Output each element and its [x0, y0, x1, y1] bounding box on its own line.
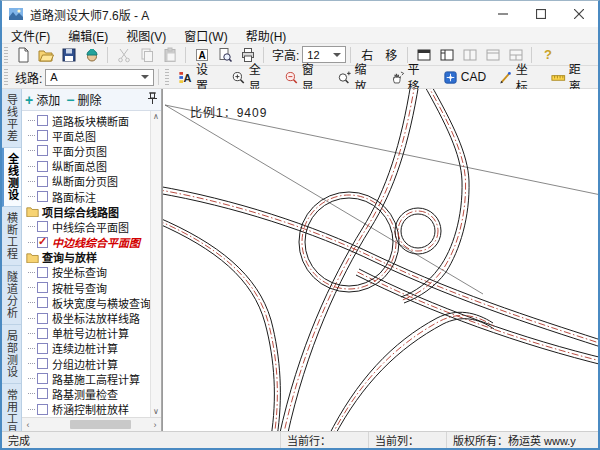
separator — [107, 47, 108, 63]
tab-common-tools[interactable]: 常用工具 — [2, 384, 21, 431]
menu-help[interactable]: 帮助(H) — [237, 27, 296, 43]
zoom-window-icon — [284, 70, 299, 85]
pin-button[interactable] — [147, 92, 158, 108]
checkbox[interactable] — [37, 130, 48, 141]
tab-traverse-adjustment[interactable]: 导线平差 — [2, 89, 21, 148]
tree-hscrollbar[interactable]: ‹ › — [22, 417, 161, 431]
line-label: 线路: — [15, 69, 42, 86]
copy-button[interactable] — [136, 45, 157, 65]
checkbox[interactable] — [37, 115, 48, 126]
settings-icon: A — [178, 70, 193, 85]
close-button[interactable] — [560, 1, 598, 27]
new-file-button[interactable] — [12, 45, 33, 65]
checkbox[interactable] — [37, 373, 48, 384]
app-logo-icon — [8, 6, 24, 22]
checkbox[interactable] — [37, 221, 48, 232]
save-button[interactable] — [58, 45, 79, 65]
worker-button[interactable] — [81, 45, 102, 65]
tab-tunnel-analysis[interactable]: 隧道分析 — [2, 266, 21, 325]
checkbox[interactable] — [37, 282, 48, 293]
tree-folder[interactable]: 查询与放样 — [22, 250, 150, 265]
folder-icon — [26, 206, 39, 217]
toolbar-grip — [165, 69, 169, 85]
open-file-button[interactable] — [35, 45, 56, 65]
task-panel: + 添加 − 删除 道路板块横断面 平面总图 平面分页图 纵断面总图 纵断面分页… — [22, 89, 162, 431]
separator — [158, 69, 159, 85]
scroll-up-icon[interactable]: ∧ — [151, 111, 161, 122]
folder-icon — [26, 252, 39, 263]
tree-item[interactable]: 路基测量检查 — [22, 386, 150, 401]
tree-item[interactable]: 极坐标法放样线路 — [22, 310, 150, 325]
worker-icon — [84, 47, 100, 63]
tree-item[interactable]: 桥涵控制桩放样 — [22, 402, 150, 417]
tab-cross-section-works[interactable]: 横断工程 — [2, 207, 21, 266]
menu-file[interactable]: 文件(F) — [2, 27, 59, 43]
toolbar-grip — [4, 69, 8, 85]
drawing-canvas[interactable]: 比例1：9409 — [162, 89, 598, 431]
pin-icon — [147, 92, 158, 105]
paste-button[interactable] — [159, 45, 180, 65]
menu-window[interactable]: 窗口(W) — [175, 27, 236, 43]
tree-scrollbar[interactable]: ∧ ∨ — [150, 111, 161, 417]
checkbox[interactable] — [37, 343, 48, 354]
tree-item[interactable]: 单桩号边桩计算 — [22, 326, 150, 341]
tree-item[interactable]: 纵断面总图 — [22, 159, 150, 174]
checkbox[interactable] — [37, 388, 48, 399]
checkbox[interactable] — [37, 161, 48, 172]
tree-item[interactable]: 连续边桩计算 — [22, 341, 150, 356]
tree-item[interactable]: 路基施工高程计算 — [22, 371, 150, 386]
distance-ruler-icon — [551, 70, 566, 85]
tree-item[interactable]: 分组边桩计算 — [22, 356, 150, 371]
line-toolbar: 线路: A A 设置 全显 窗显 缩放 平移 CAD — [2, 66, 598, 89]
checkbox[interactable] — [37, 237, 48, 248]
scale-label: 比例1：9409 — [190, 103, 267, 120]
tree-folder[interactable]: 项目综合线路图 — [22, 204, 150, 219]
app-window: 道路测设大师7.6版 - A 文件(F) 编辑(E) 视图(V) 窗口(W) 帮… — [0, 0, 600, 450]
menu-edit[interactable]: 编辑(E) — [59, 27, 117, 43]
window-split-button[interactable] — [436, 45, 457, 65]
window-tile-3-icon — [508, 47, 524, 63]
paste-icon — [162, 47, 178, 63]
cad-button[interactable]: CAD — [438, 68, 491, 87]
minus-icon: − — [66, 92, 74, 108]
tree-item[interactable]: 中线综合平面图 — [22, 219, 150, 234]
tree-item[interactable]: 平面总图 — [22, 128, 150, 143]
tree-item[interactable]: 平面分页图 — [22, 143, 150, 158]
open-folder-icon — [38, 47, 54, 63]
checkbox[interactable] — [37, 176, 48, 187]
window-tile-2-button[interactable] — [482, 45, 503, 65]
tree-item[interactable]: 道路板块横断面 — [22, 113, 150, 128]
maximize-button[interactable] — [522, 1, 560, 27]
checkbox[interactable] — [37, 267, 48, 278]
tree-item[interactable]: 路面标注 — [22, 189, 150, 204]
checkbox[interactable] — [37, 313, 48, 324]
tab-local-survey[interactable]: 局部测设 — [2, 325, 21, 384]
checkbox[interactable] — [37, 145, 48, 156]
tree-item[interactable]: 板块宽度与横坡查询 — [22, 295, 150, 310]
window-tile-3-button[interactable] — [505, 45, 526, 65]
checkbox[interactable] — [37, 404, 48, 415]
hscroll-thumb[interactable] — [70, 420, 131, 429]
delete-button[interactable]: − 删除 — [66, 91, 101, 108]
checkbox[interactable] — [37, 297, 48, 308]
add-button[interactable]: + 添加 — [25, 91, 60, 108]
tree-item[interactable]: 按桩号查询 — [22, 280, 150, 295]
zoom-extents-icon — [231, 70, 246, 85]
checkbox[interactable] — [37, 328, 48, 339]
cut-button[interactable] — [113, 45, 134, 65]
window-tile-1-button[interactable] — [459, 45, 480, 65]
window-title: 道路测设大师7.6版 - A — [30, 6, 484, 23]
scroll-right-icon[interactable]: › — [149, 420, 161, 430]
tab-full-line-survey[interactable]: 全线测设 — [2, 148, 21, 207]
minimize-button[interactable] — [484, 1, 522, 27]
window-split-icon — [439, 47, 455, 63]
tree-item[interactable]: 按坐标查询 — [22, 265, 150, 280]
checkbox[interactable] — [37, 358, 48, 369]
menu-view[interactable]: 视图(V) — [117, 27, 175, 43]
checkbox[interactable] — [37, 191, 48, 202]
scroll-left-icon[interactable]: ‹ — [22, 420, 34, 430]
tree-item-active[interactable]: 中边线综合平面图 — [22, 235, 150, 250]
scroll-down-icon[interactable]: ∨ — [151, 406, 161, 417]
tree-item[interactable]: 纵断面分页图 — [22, 174, 150, 189]
line-select[interactable]: A — [45, 69, 154, 86]
